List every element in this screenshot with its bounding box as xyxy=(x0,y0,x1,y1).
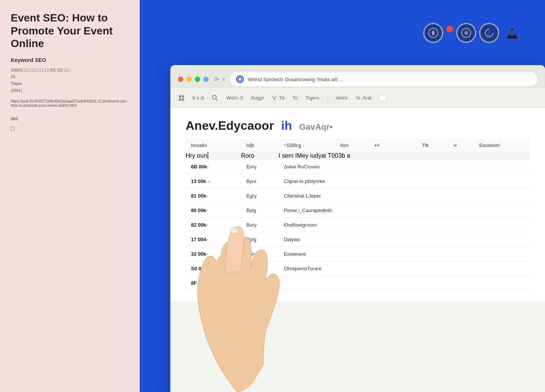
tl-blue[interactable] xyxy=(203,77,209,82)
table-cell-col3: Clqnei-lo ptolynrke xyxy=(279,174,530,189)
graphic-icon-3 xyxy=(479,23,499,43)
sidebar: Event SEO: How to Promote Your Event Onl… xyxy=(0,0,140,392)
svg-rect-8 xyxy=(182,98,184,101)
col-lstb: lsĪb xyxy=(241,139,279,152)
table-row: 8F 00k· xyxy=(186,276,530,291)
browser-icon xyxy=(236,75,244,83)
title-part1: Anev.Edycaoor xyxy=(186,119,274,132)
toolbar-to[interactable]: To xyxy=(292,95,298,101)
table-cell-col2 xyxy=(241,276,279,291)
page-content: Anev.Edycaoor ih GavAqr• hnvalin lsĪb ~1… xyxy=(170,108,545,301)
table-sub-header: Hry ounĪ Roro I sem IMey iudyai T003b a xyxy=(186,152,530,160)
table-row: 13 00k→ByrxClqnei-lo ptolynrke xyxy=(186,174,530,189)
svg-point-4 xyxy=(509,30,515,36)
toolbar-item-te[interactable]: Tē xyxy=(272,95,285,101)
table-cell-col2: Rylg xyxy=(241,232,279,247)
sidebar-url: https://pub-5c454f571b8e40a3a2aad27ade84… xyxy=(11,99,129,108)
svg-point-2 xyxy=(464,31,468,35)
table-cell-col3 xyxy=(279,276,530,291)
data-table: hnvalin lsĪb ~12lifcg ↓ lion ↩! Tlk ≃ Ex… xyxy=(186,139,530,291)
col-excietoni: Excietoni xyxy=(474,139,530,152)
title-part2: ih xyxy=(281,119,292,132)
browser-window: ⟳ › Whind Sprotech Ovsamrowing ?mats αit… xyxy=(170,65,545,392)
top-graphic-icons xyxy=(423,23,522,43)
tl-green[interactable] xyxy=(195,77,200,82)
toolbar-toggle[interactable] xyxy=(379,95,387,101)
table-cell-col3: OhrepemsTurare xyxy=(279,261,530,276)
sidebar-tag: seo xyxy=(11,116,129,121)
table-cell-col3: €halfowigrosxn xyxy=(279,218,530,232)
col-return: ↩! xyxy=(369,139,398,152)
table-cell-col1: 13 00k→ xyxy=(186,174,241,189)
sub-description: I sem IMey iudyai T003b a xyxy=(279,152,530,160)
nav-buttons: ⟳ › xyxy=(214,76,225,83)
page-main-title: Anev.Edycaoor ih GavAqr• xyxy=(186,119,530,133)
table-cell-col3: Cllarsinal LJeper xyxy=(279,189,530,203)
table-cell-col3: Eowerave xyxy=(279,247,530,261)
table-cell-col1: 81 00k· xyxy=(186,189,241,203)
table-row: 17 004·RylgDalywo xyxy=(186,232,530,247)
sidebar-icon: □ xyxy=(11,125,129,132)
tl-yellow[interactable] xyxy=(186,77,192,82)
page-title: Event SEO: How to Promote Your Event Onl… xyxy=(11,11,129,50)
browser-toolbar: b s zi Worn Ji Augpr Tē To Tigerv. nloir… xyxy=(170,88,545,108)
table-cell-col3: Dalywo xyxy=(279,232,530,247)
toolbar-item-nloirs[interactable]: nloirs xyxy=(336,95,348,101)
table-cell-col2: Nilly xyxy=(241,261,279,276)
toolbar-item-1[interactable]: b s zi xyxy=(193,95,204,101)
table-cell-col2: Egry xyxy=(241,189,279,203)
table-header-row: hnvalin lsĪb ~12lifcg ↓ lion ↩! Tlk ≃ Ex… xyxy=(186,139,530,152)
table-cell-col1: 17 004· xyxy=(186,232,241,247)
graphic-icon-2 xyxy=(456,23,476,43)
table-cell-col3: Δvkei RuCroves xyxy=(279,160,530,174)
svg-rect-5 xyxy=(179,95,181,98)
table-cell-col1: 6B 00k· xyxy=(186,160,241,174)
sidebar-meta: 10041□□□□□□□□□□□50□22□□□ 15 Taipei 10041 xyxy=(11,67,129,94)
table-cell-col1: S0 00k· xyxy=(186,261,241,276)
toolbar-item-2[interactable] xyxy=(212,95,219,101)
toolbar-worn-ji[interactable]: Worn Ji xyxy=(226,95,243,101)
table-cell-col2: Bury xyxy=(241,218,279,232)
toolbar-item-augpr[interactable]: Augpr xyxy=(251,95,264,101)
table-body: 6B 00k·EoryΔvkei RuCroves13 00k→ByrxClqn… xyxy=(186,160,530,291)
table-row: 32 00k·BoryEowerave xyxy=(186,247,530,261)
table-cell-col1: 8F 00k· xyxy=(186,276,241,291)
col-hnvalin: hnvalin xyxy=(186,139,241,152)
toolbar-item-0[interactable] xyxy=(178,95,185,101)
table-row: 82 00k·Bury€halfowigrosxn xyxy=(186,218,530,232)
table-cell-col2: Byrx xyxy=(241,174,279,189)
table-cell-col2: Bylg xyxy=(241,203,279,218)
back-icon[interactable]: ⟳ xyxy=(214,76,219,83)
tl-red[interactable] xyxy=(178,77,183,82)
toolbar-divider xyxy=(328,94,328,102)
table-row: 6B 00k·EoryΔvkei RuCroves xyxy=(186,160,530,174)
forward-icon[interactable]: › xyxy=(223,76,225,83)
main-area: ⟳ › Whind Sprotech Ovsamrowing ?mats αit… xyxy=(140,0,545,392)
toolbar-item-tiger[interactable]: Tigerv. xyxy=(305,95,320,101)
traffic-lights xyxy=(178,77,209,82)
table-cell-col2: Bory xyxy=(241,247,279,261)
col-approx: ≃ xyxy=(448,139,474,152)
sub-hry: Hry ounĪ xyxy=(186,152,241,160)
table-row: S0 00k·NillyOhrepemsTurare xyxy=(186,261,530,276)
address-bar[interactable]: Whind Sprotech Ovsamrowing ?mats αitl ..… xyxy=(230,72,537,86)
browser-chrome: ⟳ › Whind Sprotech Ovsamrowing ?mats αit… xyxy=(170,65,545,88)
col-lifcg: ~12lifcg ↓ xyxy=(279,139,335,152)
graphic-dot-red xyxy=(446,26,453,33)
address-text: Whind Sprotech Ovsamrowing ?mats αitl ..… xyxy=(248,77,531,82)
table-cell-col1: 80 00k· xyxy=(186,203,241,218)
table-cell-col3: Ponw□_Caurapedinth xyxy=(279,203,530,218)
table-row: 81 00k·EgryCllarsinal LJeper xyxy=(186,189,530,203)
table-row: 80 00k·BylgPonw□_Caurapedinth xyxy=(186,203,530,218)
graphic-icon-1 xyxy=(423,23,443,43)
keyword-label: Keyword SEO xyxy=(11,57,129,63)
table-cell-col1: 82 00k· xyxy=(186,218,241,232)
svg-rect-7 xyxy=(179,98,181,101)
table-cell-col1: 32 00k· xyxy=(186,247,241,261)
table-cell-col2: Eory xyxy=(241,160,279,174)
svg-line-10 xyxy=(216,98,218,101)
toolbar-item-aral[interactable]: Aral xyxy=(355,95,371,101)
svg-rect-6 xyxy=(182,95,184,98)
col-empty1 xyxy=(398,139,417,152)
page-subtitle: GavAqr• xyxy=(299,122,333,132)
